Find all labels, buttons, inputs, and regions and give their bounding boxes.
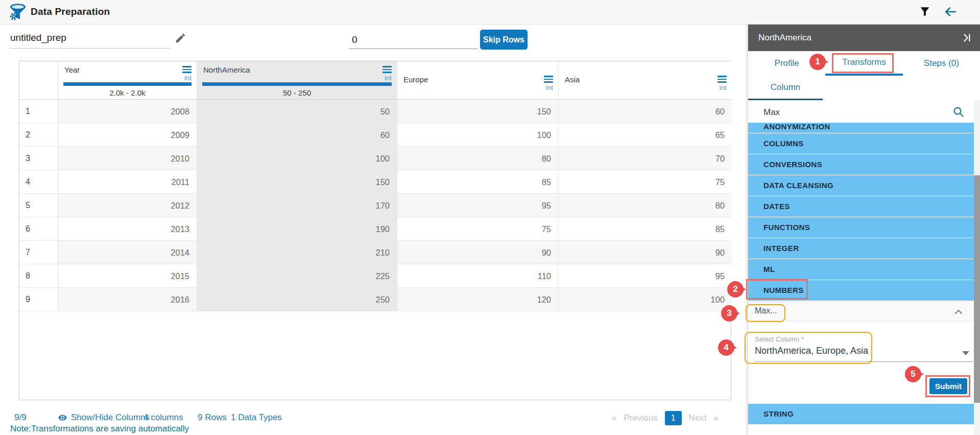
prep-name-field[interactable]: untitled_prep [10,32,66,43]
table-cell: 250 [197,288,397,311]
previous-page-button[interactable]: Previous [624,413,657,423]
rows-count-label: 9 Rows [198,413,227,423]
category-label: ML [763,265,775,273]
transform-search-row [748,100,980,124]
category-columns[interactable]: COLUMNS [748,133,974,154]
column-profile-bar [202,82,392,86]
row-number-column: 123456789 [19,61,58,400]
column-year: Yearint2.0k - 2.0k2008200920102011201220… [58,61,197,400]
category-numbers[interactable]: NUMBERS [748,280,974,301]
table-cell: 80 [559,194,732,217]
table-cell: 210 [197,241,397,264]
column-name: NorthAmerica [203,65,250,74]
collapse-panel-icon[interactable] [961,32,972,43]
column-type-label: int [720,84,727,91]
column-menu-icon[interactable] [718,76,727,84]
first-page-button[interactable]: « [612,413,616,423]
column-asia: Asiaint6065707580859095100 [559,61,732,400]
app-bar: Data Preparation [0,0,980,25]
category-dates[interactable]: DATES [748,196,974,217]
category-functions[interactable]: FUNCTIONS [748,217,974,238]
transform-item-max[interactable]: Max... [748,301,974,322]
table-cell: 2009 [58,123,197,147]
tab-transforms[interactable]: Transforms [825,51,902,76]
chevron-up-icon[interactable] [954,308,963,314]
column-profile-bar [63,82,192,86]
column-type-label: int [546,84,553,91]
edit-pencil-icon[interactable] [175,32,186,44]
dropdown-caret-icon[interactable] [962,351,969,355]
transform-panel: NorthAmerica Profile Transforms Steps (0… [748,24,980,435]
column-name: Year [64,65,80,74]
column-header-asia[interactable]: Asiaint [559,61,732,100]
search-icon[interactable] [952,106,965,118]
show-hide-columns-link[interactable]: Show/Hide Columns [71,413,150,423]
table-cell: 95 [397,194,559,217]
table-cell: 100 [559,288,732,311]
table-cell: 2016 [58,288,197,311]
category-integer[interactable]: INTEGER [748,238,974,259]
transform-item-label: Max... [755,306,777,315]
category-data-cleansing[interactable]: DATA CLEANSING [748,175,974,196]
table-cell: 70 [559,147,732,170]
column-name: Europe [403,75,428,84]
category-label: CONVERSIONS [763,160,822,169]
column-type-label: int [385,74,392,82]
table-cell: 170 [197,194,397,217]
category-label: NUMBERS [763,286,804,294]
tab-steps[interactable]: Steps (0) [903,51,980,76]
submit-button[interactable]: Submit [929,378,967,394]
column-type-label: int [184,74,192,82]
transform-search-input[interactable] [762,104,943,121]
column-europe: Europeint1501008085957590110120 [397,61,559,400]
category-label: DATA CLEANSING [763,181,833,190]
category-conversions[interactable]: CONVERSIONS [748,154,974,175]
column-menu-icon[interactable] [383,66,392,75]
skip-rows-input[interactable] [349,31,478,49]
row-number-cell: 2 [19,123,58,147]
column-header-year[interactable]: Yearint2.0k - 2.0k [58,61,197,100]
table-cell: 60 [559,100,732,123]
column-header-europe[interactable]: Europeint [397,61,559,100]
row-number-cell: 6 [19,217,58,241]
table-cell: 2014 [58,241,197,264]
filter-icon[interactable] [918,5,931,18]
next-page-button[interactable]: Next [689,413,707,423]
row-number-cell: 8 [19,264,58,288]
category-anonymization[interactable]: ANONYMIZATION [748,123,974,133]
table-cell: 50 [197,100,397,123]
category-label: DATES [763,202,790,211]
column-menu-icon[interactable] [544,76,553,84]
category-label: ANONYMIZATION [763,123,974,133]
table-cell: 100 [197,147,397,170]
row-number-header [19,61,58,100]
panel-scrollbar-thumb[interactable] [974,175,980,403]
back-arrow-icon[interactable] [943,4,958,19]
prep-name-underline [9,48,170,49]
row-number-cell: 7 [19,241,58,264]
category-label: COLUMNS [763,139,804,148]
row-number-cell: 5 [19,194,58,217]
eye-icon[interactable] [57,413,68,422]
panel-tabs: Profile Transforms Steps (0) [748,51,980,76]
tab-profile[interactable]: Profile [748,51,825,76]
column-menu-icon[interactable] [182,66,192,75]
last-page-button[interactable]: » [714,413,719,423]
datatypes-count-label: 1 Data Types [231,413,282,423]
column-header-northamerica[interactable]: NorthAmericaint50 - 250 [197,61,397,100]
table-cell: 225 [197,264,397,288]
row-number-cell: 4 [19,170,58,194]
table-cell: 2011 [58,170,197,194]
tab-column[interactable]: Column [748,76,823,100]
table-cell: 2015 [58,264,197,288]
table-cell: 75 [397,217,559,241]
column-name: Asia [565,75,580,84]
category-ml[interactable]: ML [748,259,974,280]
pagination: « Previous 1 Next » [612,411,719,425]
skip-rows-button[interactable]: Skip Rows [480,30,528,50]
table-cell: 90 [559,241,732,264]
select-column-field[interactable]: NorthAmerica, Europe, Asia [755,346,868,356]
current-page-button[interactable]: 1 [665,411,682,425]
category-string[interactable]: STRING [748,404,974,424]
row-number-cell: 3 [19,147,58,170]
